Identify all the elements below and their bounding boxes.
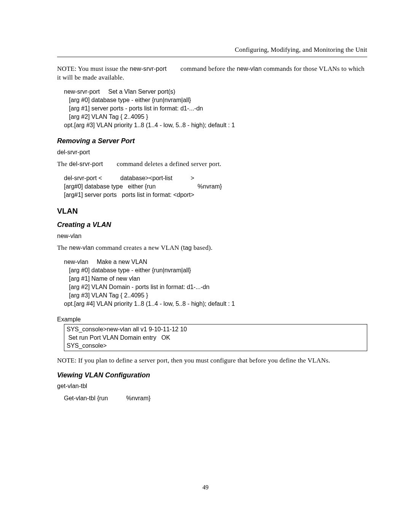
heading-creating-vlan: Creating a VLAN <box>57 220 367 229</box>
code-get-vlan-tbl: Get-vlan-tbl {run%nvram} <box>64 394 367 403</box>
heading-viewing-vlan-config: Viewing VLAN Configuration <box>57 371 367 380</box>
heading-vlan: VLAN <box>57 206 367 216</box>
code-new-vlan: new-vlan Make a new VLAN [arg #0] databa… <box>64 258 367 308</box>
vlan-desc-mid: command creates a new VLAN ( <box>94 244 183 251</box>
cmd-get-vlan-tbl: get-vlan-tbl <box>57 382 367 390</box>
heading-removing-server-port: Removing a Server Port <box>57 136 367 145</box>
cmd-new-vlan: new-vlan <box>57 232 367 240</box>
cmd-del-srvr-port: del-srvr-port <box>57 148 367 157</box>
note1-prefix: NOTE: You must issue the <box>57 65 130 72</box>
example-box: SYS_console>new-vlan all v1 9-10-11-12 1… <box>64 324 367 351</box>
code-new-srvr-port: new-srvr-port Set a Vlan Server port(s) … <box>64 88 367 129</box>
removing-desc-post: command deletes a defined server port. <box>115 160 221 168</box>
removing-desc-pre: The <box>57 160 69 168</box>
note-define-server-port: NOTE: If you plan to define a server por… <box>57 356 367 365</box>
vlan-desc-post: based). <box>192 244 212 251</box>
running-header: Configuring, Modifying, and Monitoring t… <box>57 46 367 57</box>
desc-del-srvr-port: The del-srvr-port command deletes a defi… <box>57 160 367 169</box>
code-del-srvr-port: del-srvr-port <database><port-list> [arg… <box>64 174 367 199</box>
page-content: Configuring, Modifying, and Monitoring t… <box>0 0 411 425</box>
vlan-desc-pre: The <box>57 244 69 251</box>
vlan-desc-cmd: new-vlan <box>69 244 94 251</box>
note1-mid1: command before the <box>179 65 237 72</box>
note1-cmd1: new-srvr-port <box>130 66 167 72</box>
vlan-desc-tag: tag <box>183 244 192 251</box>
removing-desc-cmd: del-srvr-port <box>69 161 103 167</box>
page-number: 49 <box>0 484 411 491</box>
example-label: Example <box>57 315 367 324</box>
note-new-srvr-port: NOTE: You must issue the new-srvr-port c… <box>57 65 367 82</box>
desc-new-vlan: The new-vlan command creates a new VLAN … <box>57 244 367 252</box>
note1-cmd2: new-vlan <box>237 66 262 72</box>
